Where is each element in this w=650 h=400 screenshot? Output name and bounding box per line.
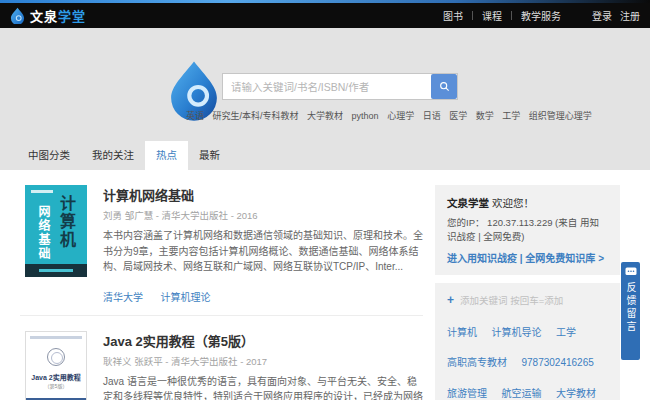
book-description: Java 语言是一种很优秀的语言，具有面向对象、与平台无关、安全、稳定和多线程等… bbox=[103, 374, 423, 400]
right-sidebar: 文泉学堂 欢迎您！ 您的IP： 120.37.113.229 (来自 用知识战疫… bbox=[435, 170, 620, 400]
register-link[interactable]: 注册 bbox=[620, 8, 640, 23]
hot-keyword-link[interactable]: 数学 bbox=[476, 111, 494, 121]
hot-keyword-link[interactable]: 大学教材 bbox=[307, 111, 343, 121]
keyword-box: + 添加关键词 按回车=添加 计算机 计算机导论 工学 高职高专教材 97873… bbox=[435, 283, 620, 400]
keyword-link[interactable]: 计算机导论 bbox=[491, 327, 541, 338]
book-author-line: 刘勇 邹广慧 - 清华大学出版社 - 2016 bbox=[103, 208, 423, 222]
cover-decor bbox=[25, 264, 87, 277]
book-cover[interactable]: 计算机 网络基础 bbox=[25, 185, 87, 277]
nav-teaching-services[interactable]: 教学服务 bbox=[512, 8, 570, 23]
book-tag-link[interactable]: 清华大学 bbox=[103, 292, 143, 303]
welcome-brand: 文泉学堂 bbox=[447, 197, 489, 209]
brand-name: 文泉学堂 bbox=[30, 6, 86, 25]
hot-keyword-link[interactable]: python bbox=[352, 111, 379, 121]
book-tag-link[interactable]: 计算机理论 bbox=[160, 292, 210, 303]
book-tags: 清华大学 计算机理论 bbox=[103, 287, 423, 305]
tab-my-follows[interactable]: 我的关注 bbox=[81, 141, 145, 170]
hot-keyword-link[interactable]: 组织管理心理学 bbox=[529, 111, 592, 121]
welcome-box: 文泉学堂 欢迎您！ 您的IP： 120.37.113.229 (来自 用知识战疫… bbox=[435, 185, 620, 275]
book-list: 计算机 网络基础 计算机网络基础 刘勇 邹广慧 - 清华大学出版社 - 2016… bbox=[20, 170, 423, 400]
add-keyword-placeholder: 添加关键词 按回车=添加 bbox=[460, 293, 563, 307]
tab-newest[interactable]: 最新 bbox=[188, 141, 231, 170]
keyword-link[interactable]: 大学教材 bbox=[556, 388, 596, 399]
book-title[interactable]: Java 2实用教程（第5版） bbox=[103, 331, 423, 350]
keyword-links: 计算机 计算机导论 工学 高职高专教材 9787302416265 旅游管理 航… bbox=[447, 316, 608, 400]
cover-title-text: Java 2实用教程 bbox=[26, 372, 86, 382]
search-hero: 英语 研究生/本科/专科教材 大学教材 python 心理学 日语 医学 数学 … bbox=[0, 28, 650, 141]
cover-title-text: 网络基础 bbox=[35, 205, 52, 261]
search-button[interactable] bbox=[431, 74, 457, 99]
book-item: Java 2实用教程 （第5版） Java 2实用教程（第5版） 耿祥义 张跃平… bbox=[20, 316, 423, 400]
hot-keyword-link[interactable]: 心理学 bbox=[387, 111, 414, 121]
hot-keyword-link[interactable]: 日语 bbox=[423, 111, 441, 121]
keyword-link[interactable]: 工学 bbox=[556, 327, 576, 338]
hot-keyword-link[interactable]: 医学 bbox=[449, 111, 467, 121]
feedback-tab[interactable]: 反馈留言 bbox=[621, 262, 640, 360]
ip-info: 您的IP： 120.37.113.229 (来自 用知识战疫 | 全网免费) bbox=[447, 215, 608, 243]
search-input[interactable] bbox=[222, 73, 458, 100]
tab-clc-classification[interactable]: 中图分类 bbox=[17, 141, 81, 170]
keyword-link[interactable]: 计算机 bbox=[447, 327, 477, 338]
hot-keyword-link[interactable]: 工学 bbox=[502, 111, 520, 121]
category-tabbar: 中图分类 我的关注 热点 最新 bbox=[0, 141, 650, 170]
hot-keyword-link[interactable]: 研究生/本科/专科教材 bbox=[213, 111, 299, 121]
free-library-link[interactable]: 进入用知识战疫 | 全网免费知识库 > bbox=[447, 250, 608, 265]
keyword-link[interactable]: 航空运输 bbox=[501, 388, 541, 399]
cover-edition-text: （第5版） bbox=[26, 382, 86, 389]
keyword-link[interactable]: 旅游管理 bbox=[447, 388, 487, 399]
book-description: 本书内容涵盖了计算机网络和数据通信领域的基础知识、原理和技术。全书分为9章，主要… bbox=[103, 228, 423, 275]
feedback-label: 反馈留言 bbox=[623, 282, 638, 334]
cover-decor bbox=[31, 190, 53, 193]
nav-books[interactable]: 图书 bbox=[434, 8, 472, 23]
comment-icon bbox=[625, 267, 637, 277]
book-author-line: 耿祥义 张跃平 - 清华大学出版社 - 2017 bbox=[103, 354, 423, 368]
top-navbar: 文泉学堂 图书 课程 教学服务 登录 注册 bbox=[0, 3, 650, 28]
hot-keywords-row: 英语 研究生/本科/专科教材 大学教材 python 心理学 日语 医学 数学 … bbox=[186, 109, 598, 122]
search-icon bbox=[439, 81, 450, 92]
book-title[interactable]: 计算机网络基础 bbox=[103, 185, 423, 204]
book-item: 计算机 网络基础 计算机网络基础 刘勇 邹广慧 - 清华大学出版社 - 2016… bbox=[20, 170, 423, 316]
drop-logo-icon bbox=[10, 7, 25, 24]
content-area: 计算机 网络基础 计算机网络基础 刘勇 邹广慧 - 清华大学出版社 - 2016… bbox=[0, 170, 650, 400]
brand-logo[interactable]: 文泉学堂 bbox=[10, 6, 86, 25]
tab-hot[interactable]: 热点 bbox=[145, 141, 188, 170]
cover-title-text: 计算机 bbox=[54, 195, 78, 249]
keyword-link[interactable]: 9787302416265 bbox=[521, 357, 593, 368]
plus-icon: + bbox=[447, 293, 454, 307]
cover-decor bbox=[30, 336, 82, 339]
welcome-greeting: 欢迎您！ bbox=[489, 197, 534, 209]
hot-keyword-link[interactable]: 英语 bbox=[186, 111, 204, 121]
nav-courses[interactable]: 课程 bbox=[473, 8, 511, 23]
book-cover[interactable]: Java 2实用教程 （第5版） bbox=[25, 331, 87, 400]
cover-emblem bbox=[47, 348, 65, 366]
keyword-link[interactable]: 高职高专教材 bbox=[447, 357, 507, 368]
login-link[interactable]: 登录 bbox=[592, 8, 612, 23]
add-keyword-input[interactable]: + 添加关键词 按回车=添加 bbox=[447, 293, 608, 307]
